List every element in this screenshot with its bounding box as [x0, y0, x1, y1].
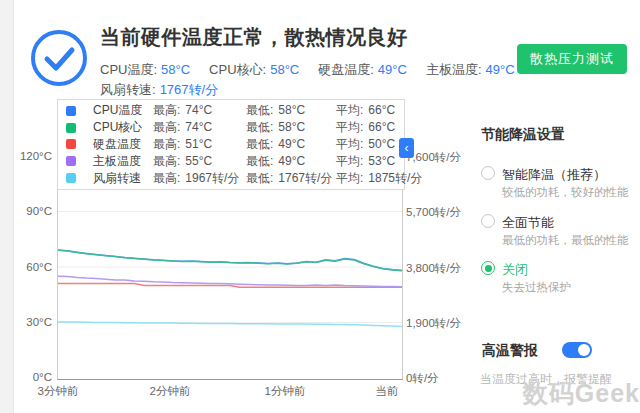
stat-cpu-temp: CPU温度:58°C — [100, 61, 190, 79]
series-line-CPU核心 — [58, 250, 402, 270]
watermark: 数码Geek — [523, 377, 640, 410]
x-axis-tick: 3分钟前 — [38, 384, 79, 399]
check-circle-icon — [30, 29, 88, 87]
board-temp-color-chip — [66, 156, 76, 166]
stat-board-temp: 主板温度:49°C — [426, 61, 515, 79]
stat-disk-temp: 硬盘温度:49°C — [318, 61, 407, 79]
left-axis-tick: 30°C — [10, 316, 52, 328]
stats-row: CPU温度:58°C CPU核心:58°C 硬盘温度:49°C 主板温度:49°… — [100, 61, 515, 79]
legend-row-cpu-temp[interactable]: CPU温度 最高:74°C 最低:58°C 平均:66°C — [58, 103, 404, 119]
cooling-settings-title: 节能降温设置 — [481, 126, 565, 144]
x-axis-tick: 1分钟前 — [265, 384, 306, 399]
cpu-temp-color-chip — [66, 106, 76, 116]
chart-legend: CPU温度 最高:74°C 最低:58°C 平均:66°C CPU核心 最高:7… — [57, 99, 405, 190]
x-axis-tick: 2分钟前 — [150, 384, 191, 399]
cpu-core-color-chip — [66, 123, 76, 133]
legend-row-board-temp[interactable]: 主板温度 最高:55°C 最低:49°C 平均:53°C — [58, 153, 404, 169]
heat-stress-test-button[interactable]: 散热压力测试 — [517, 44, 627, 74]
left-axis-tick: 120°C — [10, 150, 52, 162]
stat-cpu-core: CPU核心:58°C — [209, 61, 299, 79]
toggle-knob — [578, 344, 590, 356]
legend-row-cpu-core[interactable]: CPU核心 最高:74°C 最低:58°C 平均:66°C — [58, 120, 404, 136]
right-axis-tick: 1,900转/分 — [406, 316, 461, 331]
chart-series-lines — [58, 250, 402, 326]
legend-row-disk-temp[interactable]: 硬盘温度 最高:51°C 最低:49°C 平均:50°C — [58, 136, 404, 152]
temperature-monitor-panel: 当前硬件温度正常，散热情况良好 CPU温度:58°C CPU核心:58°C 硬盘… — [0, 0, 640, 413]
fan-speed-color-chip — [66, 173, 76, 183]
stat-fan-speed: 风扇转速:1767转/分 — [100, 81, 218, 99]
page-title: 当前硬件温度正常，散热情况良好 — [100, 24, 408, 51]
right-axis-tick: 3,800转/分 — [406, 261, 461, 276]
left-axis-tick: 60°C — [10, 261, 52, 273]
right-axis-tick: 0转/分 — [406, 371, 439, 386]
right-axis-tick: 7,600转/分 — [406, 150, 461, 165]
high-temp-alert-title: 高温警报 — [482, 342, 538, 360]
radio-icon[interactable] — [481, 261, 495, 275]
radio-icon[interactable] — [481, 214, 495, 228]
disk-temp-color-chip — [66, 139, 76, 149]
chevron-left-icon[interactable]: ‹ — [399, 138, 414, 158]
left-axis-tick: 90°C — [10, 205, 52, 217]
legend-row-fan-speed[interactable]: 风扇转速 最高:1967转/分 最低:1767转/分 平均:1875转/分 — [58, 170, 404, 186]
left-axis-tick: 0°C — [10, 371, 52, 383]
x-axis-tick: 当前 — [376, 384, 399, 399]
radio-icon[interactable] — [481, 166, 495, 180]
high-temp-alert-toggle[interactable] — [562, 342, 592, 358]
right-axis-tick: 5,700转/分 — [406, 205, 461, 220]
